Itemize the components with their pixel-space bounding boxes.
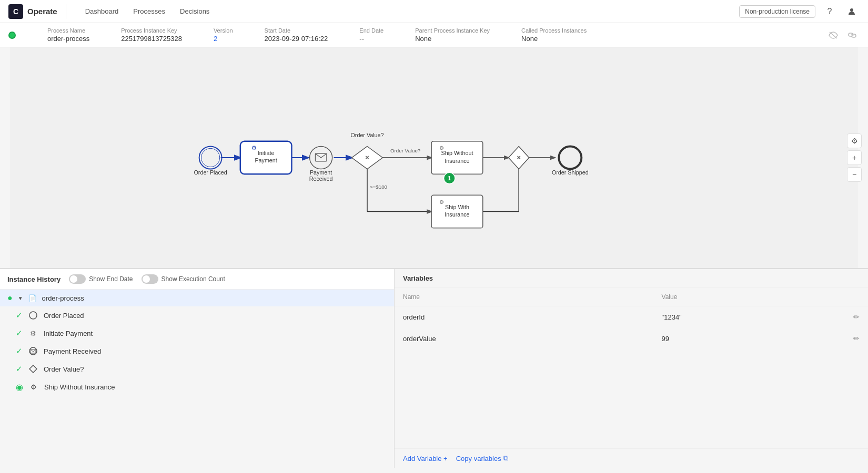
- svg-text:×: ×: [365, 154, 369, 161]
- info-parent-key: Parent Process Instance Key None: [415, 27, 490, 43]
- logo-icon: C: [8, 4, 23, 19]
- bottom-section: Instance History Show End Date Show Exec…: [0, 268, 868, 468]
- nav-logo: C Operate: [8, 4, 66, 19]
- panel-header: Instance History Show End Date Show Exec…: [0, 269, 394, 290]
- svg-point-34: [29, 312, 37, 319]
- nav-dashboard[interactable]: Dashboard: [79, 4, 125, 18]
- root-status-icon: ●: [7, 293, 13, 303]
- svg-text:Initiate: Initiate: [258, 150, 275, 156]
- zoom-out-control[interactable]: −: [847, 167, 862, 182]
- initiate-payment-icon: ⚙: [28, 328, 38, 338]
- variables-data-table: Name Value orderId "1234" ✏ orderValue: [395, 288, 868, 349]
- initiate-payment-label: Initiate Payment: [44, 330, 93, 337]
- var-name-order-id: orderId: [395, 306, 653, 328]
- info-end-date: End Date --: [359, 27, 383, 43]
- main-layout: Order Placed ⚙ Initiate Payment Payment …: [0, 47, 868, 468]
- svg-text:Received: Received: [309, 176, 333, 182]
- nav-processes[interactable]: Processes: [127, 4, 171, 18]
- diagram-controls: ⚙ + −: [847, 133, 862, 182]
- variables-footer: Add Variable + Copy variables ⧉: [395, 448, 868, 468]
- svg-text:×: ×: [517, 154, 520, 161]
- info-process-name: Process Name order-process: [47, 27, 89, 43]
- svg-text:Insurance: Insurance: [445, 211, 469, 218]
- svg-text:>=$100: >=$100: [370, 184, 388, 190]
- var-value-order-id: "1234": [653, 306, 845, 328]
- variables-table-container: Name Value orderId "1234" ✏ orderValue: [395, 288, 868, 448]
- ship-without-status-icon: ◉: [16, 382, 23, 392]
- order-value-icon: [28, 364, 38, 374]
- payment-received-label: Payment Received: [44, 347, 101, 355]
- history-item-initiate-payment[interactable]: ✓ ⚙ Initiate Payment: [0, 324, 394, 342]
- show-execution-count-toggle[interactable]: [142, 274, 158, 284]
- info-start-date: Start Date 2023-09-29 07:16:22: [265, 27, 328, 43]
- var-row-order-value: orderValue 99 ✏: [395, 328, 868, 349]
- show-end-date-label: Show End Date: [89, 275, 133, 283]
- info-called-instances: Called Process Instances None: [521, 27, 587, 43]
- settings-control[interactable]: ⚙: [847, 133, 862, 148]
- info-bar-icons: [826, 28, 860, 43]
- svg-text:Payment: Payment: [310, 169, 332, 176]
- variables-header: Variables: [395, 269, 868, 288]
- show-end-date-toggle-group: Show End Date: [69, 274, 133, 284]
- zoom-in-control[interactable]: +: [847, 150, 862, 165]
- copy-variables-btn[interactable]: Copy variables ⧉: [456, 454, 508, 462]
- info-instance-key: Process Instance Key 2251799813725328: [121, 27, 182, 43]
- order-placed-status-icon: ✓: [16, 311, 23, 320]
- eye-slash-icon[interactable]: [826, 28, 841, 43]
- variables-title: Variables: [403, 274, 433, 282]
- payment-received-status-icon: ✓: [16, 346, 23, 356]
- svg-text:1: 1: [448, 175, 451, 181]
- help-button[interactable]: ?: [822, 4, 837, 19]
- svg-point-0: [850, 8, 853, 12]
- history-item-ship-without-insurance[interactable]: ◉ ⚙ Ship Without Insurance: [0, 378, 394, 396]
- info-version: Version 2: [214, 27, 233, 43]
- diagram-container: Order Placed ⚙ Initiate Payment Payment …: [0, 47, 868, 268]
- history-item-payment-received[interactable]: ✓ Payment Received: [0, 342, 394, 360]
- process-status-dot: [8, 32, 16, 39]
- history-item-order-value[interactable]: ✓ Order Value?: [0, 360, 394, 378]
- variables-panel: Variables Name Value orderId "1234: [395, 269, 868, 468]
- root-doc-icon: 📄: [28, 294, 37, 302]
- add-variable-btn[interactable]: Add Variable +: [403, 454, 448, 462]
- svg-text:Order Shipped: Order Shipped: [552, 169, 589, 176]
- svg-marker-37: [29, 365, 37, 373]
- order-placed-label: Order Placed: [44, 312, 84, 320]
- copy-icon: ⧉: [503, 454, 508, 462]
- process-info-bar: Process Name order-process Process Insta…: [0, 23, 868, 47]
- svg-text:Ship With: Ship With: [445, 204, 469, 210]
- nav-right: Non-production license ?: [739, 4, 860, 19]
- bpmn-diagram: Order Placed ⚙ Initiate Payment Payment …: [0, 47, 868, 268]
- show-execution-count-label: Show Execution Count: [162, 275, 225, 283]
- col-name: Name: [395, 288, 653, 306]
- nav-decisions[interactable]: Decisions: [174, 4, 216, 18]
- var-value-order-value: 99: [653, 328, 845, 349]
- payment-received-icon: [28, 346, 38, 356]
- license-badge: Non-production license: [739, 5, 815, 18]
- svg-text:Ship Without: Ship Without: [441, 150, 473, 156]
- initiate-payment-status-icon: ✓: [16, 328, 23, 338]
- svg-text:Order Value?: Order Value?: [350, 132, 383, 138]
- edit-order-value-btn[interactable]: ✏: [853, 334, 860, 343]
- col-value: Value: [653, 288, 845, 306]
- history-item-root[interactable]: ● ▼ 📄 order-process: [0, 290, 394, 306]
- instance-history-panel: Instance History Show End Date Show Exec…: [0, 269, 395, 468]
- user-button[interactable]: [844, 4, 860, 19]
- var-row-order-id: orderId "1234" ✏: [395, 306, 868, 328]
- ship-without-label: Ship Without Insurance: [44, 383, 115, 391]
- show-execution-count-toggle-group: Show Execution Count: [142, 274, 225, 284]
- link-icon[interactable]: [845, 28, 860, 43]
- svg-text:⚙: ⚙: [251, 145, 257, 151]
- app-title: Operate: [27, 7, 57, 16]
- svg-text:Insurance: Insurance: [445, 158, 469, 164]
- order-placed-icon: [28, 310, 38, 321]
- var-name-order-value: orderValue: [395, 328, 653, 349]
- show-end-date-toggle[interactable]: [69, 274, 86, 284]
- edit-order-id-btn[interactable]: ✏: [853, 313, 860, 321]
- root-expand-icon[interactable]: ▼: [18, 295, 23, 301]
- svg-text:⚙: ⚙: [439, 199, 444, 205]
- order-value-label: Order Value?: [44, 365, 84, 373]
- history-item-order-placed[interactable]: ✓ Order Placed: [0, 306, 394, 324]
- top-nav: C Operate Dashboard Processes Decisions …: [0, 0, 868, 23]
- svg-text:Order Placed: Order Placed: [194, 169, 227, 176]
- nav-links: Dashboard Processes Decisions: [79, 4, 216, 18]
